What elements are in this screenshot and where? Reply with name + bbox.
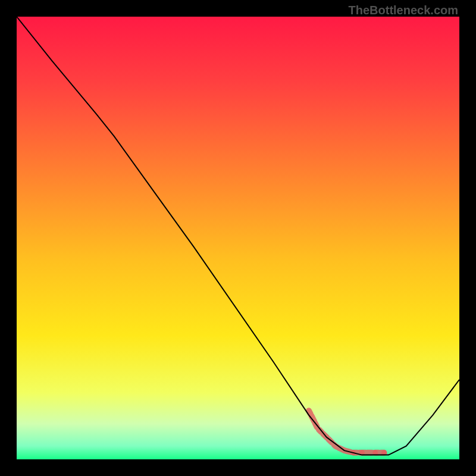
svg-rect-0 bbox=[17, 17, 459, 459]
watermark-text: TheBottleneck.com bbox=[349, 4, 458, 17]
chart-plot-area bbox=[17, 17, 459, 459]
chart-background-gradient bbox=[17, 17, 459, 459]
